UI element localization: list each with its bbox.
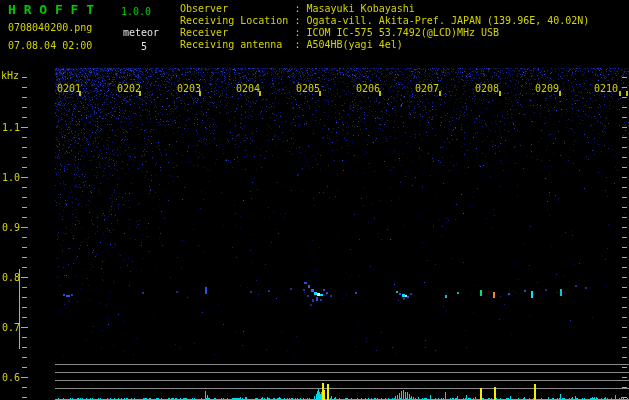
station-info-line: Receiving antenna : A504HB(yagi 4el) [180,39,403,50]
freq-label: 0.7 [2,322,20,333]
app-version: 1.0.0 [121,6,151,17]
mode-label: meteor [123,27,159,38]
freq-label: 0.6 [2,372,20,383]
hrofft-screen: H R O F F T 1.0.0 0708040200.png meteor … [0,0,629,400]
time-label: 0205 [296,83,320,94]
spectrogram-canvas [0,0,629,400]
time-label: 0208 [475,83,499,94]
station-info-line: Observer : Masayuki Kobayashi [180,3,415,14]
time-label: 0206 [356,83,380,94]
station-info-line: Receiving Location : Ogata-vill. Akita-P… [180,15,589,26]
time-label: 0203 [177,83,201,94]
output-filename: 0708040200.png [8,22,92,33]
meteor-count: 5 [141,41,147,52]
freq-axis-unit: kHz [1,70,19,81]
freq-label: 1.1 [2,122,20,133]
time-label: 0210 [594,83,618,94]
station-info-line: Receiver : ICOM IC-575 53.7492(@LCD)MHz … [180,27,499,38]
time-label: 0201 [57,83,81,94]
time-label: 0207 [415,83,439,94]
time-label: 0204 [236,83,260,94]
freq-label: 0.9 [2,222,20,233]
time-label: 0209 [535,83,559,94]
time-label: 0202 [117,83,141,94]
freq-label: 1.0 [2,172,20,183]
observation-datetime: 07.08.04 02:00 [8,40,92,51]
app-title: H R O F F T [8,4,94,15]
freq-label: 0.8 [2,272,20,283]
